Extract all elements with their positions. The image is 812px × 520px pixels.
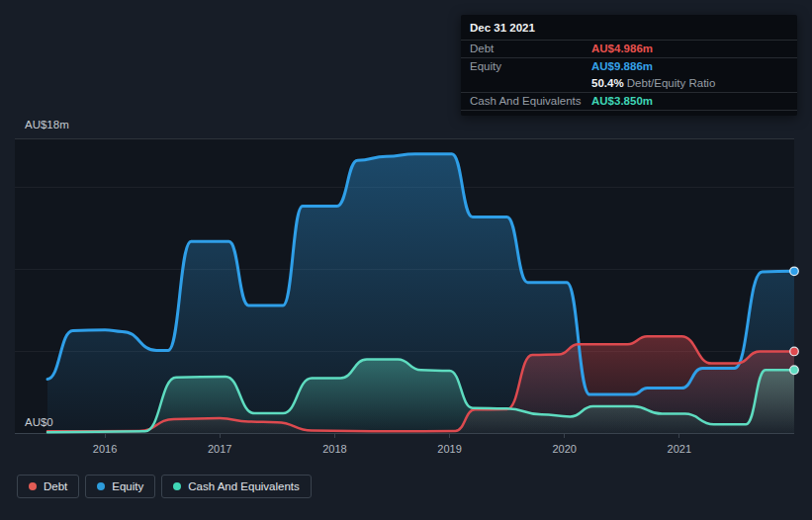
x-tick-label-2016: 2016: [93, 443, 117, 455]
x-tick-label-2019: 2019: [437, 443, 461, 455]
cash-swatch-icon: [173, 482, 181, 490]
x-tick-label-2018: 2018: [322, 443, 346, 455]
legend-item-debt[interactable]: Debt: [17, 475, 79, 498]
legend-debt-label: Debt: [44, 480, 67, 492]
tooltip-date: Dec 31 2021: [461, 15, 797, 41]
legend-item-cash[interactable]: Cash And Equivalents: [161, 475, 312, 498]
tooltip-debt-label: Debt: [470, 43, 591, 55]
marker-equity: [790, 267, 799, 276]
legend-equity-label: Equity: [112, 480, 143, 492]
legend-cash-label: Cash And Equivalents: [188, 480, 300, 492]
y-axis-label-min: AU$0: [25, 416, 53, 428]
tooltip-ratio-value: 50.4%: [591, 77, 624, 89]
tooltip-debt-value: AU$4.986m: [591, 43, 788, 55]
tooltip-cash-value: AU$3.850m: [591, 95, 788, 108]
legend-item-equity[interactable]: Equity: [85, 475, 155, 498]
tooltip-ratio-row: 50.4% Debt/Equity Ratio: [461, 75, 797, 93]
tooltip-equity-row: Equity AU$9.886m: [461, 58, 797, 75]
marker-cash-and-equivalents: [790, 366, 799, 375]
x-tick-label-2017: 2017: [208, 443, 231, 455]
x-tick-label-2021: 2021: [668, 443, 691, 455]
chart-tooltip: Dec 31 2021 Debt AU$4.986m Equity AU$9.8…: [461, 15, 797, 116]
x-tick-label-2020: 2020: [552, 443, 576, 455]
tooltip-cash-row: Cash And Equivalents AU$3.850m: [461, 93, 797, 111]
marker-debt: [790, 347, 799, 356]
tooltip-equity-label: Equity: [470, 60, 591, 73]
tooltip-debt-row: Debt AU$4.986m: [461, 41, 797, 58]
chart-legend: Debt Equity Cash And Equivalents: [17, 475, 312, 498]
tooltip-equity-value: AU$9.886m: [591, 60, 788, 73]
tooltip-cash-label: Cash And Equivalents: [470, 95, 591, 108]
y-axis-label-max: AU$18m: [25, 119, 69, 130]
debt-swatch-icon: [29, 482, 37, 490]
equity-swatch-icon: [97, 482, 105, 490]
tooltip-ratio-label: Debt/Equity Ratio: [627, 77, 716, 89]
